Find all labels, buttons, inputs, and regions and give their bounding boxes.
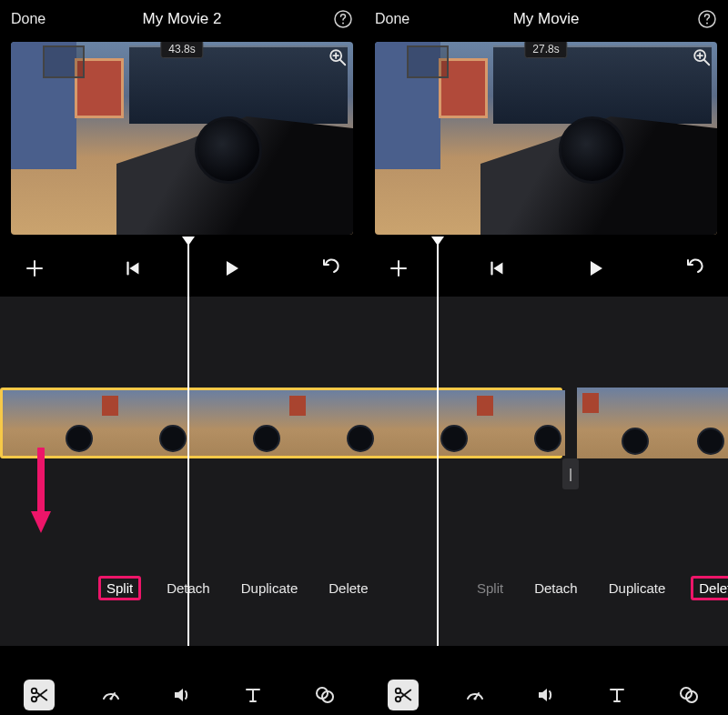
svg-point-10 (706, 23, 708, 25)
clip-thumb (378, 390, 471, 456)
volume-icon (535, 684, 557, 706)
filters-tool[interactable] (307, 677, 343, 713)
play-button[interactable] (213, 250, 249, 287)
audio-tool[interactable] (164, 677, 200, 713)
clip-thumb (652, 388, 728, 458)
timeline[interactable]: | Split Detach Duplicate Delete Split De… (0, 297, 728, 646)
svg-point-35 (473, 697, 476, 700)
toolbar-left (0, 675, 364, 715)
topbar-right: Done My Movie (364, 0, 728, 38)
help-icon (697, 9, 717, 29)
project-title: My Movie 2 (0, 10, 364, 28)
preview-frame[interactable]: 27.8s (375, 42, 717, 235)
zoom-button[interactable] (328, 47, 348, 67)
undo-button[interactable] (675, 250, 712, 287)
clip-thumb (471, 390, 565, 456)
magnify-icon (692, 47, 712, 67)
help-icon (333, 9, 353, 29)
skip-previous-icon (487, 258, 507, 278)
undo-button[interactable] (311, 250, 348, 287)
scene-minimap (407, 45, 449, 78)
toolbar-right (364, 675, 728, 715)
clip-thumbnails (3, 390, 560, 456)
clip-thumb (190, 390, 284, 456)
split-button[interactable]: Split (471, 579, 509, 598)
topbar-left: Done My Movie 2 (0, 0, 364, 38)
svg-point-24 (109, 697, 112, 700)
help-button[interactable] (333, 9, 353, 29)
speed-tool[interactable] (93, 677, 129, 713)
filters-icon (314, 684, 336, 706)
svg-point-1 (342, 23, 344, 25)
preview-frame[interactable]: 43.8s (11, 42, 353, 235)
clip-thumb (96, 390, 190, 456)
undo-icon (318, 257, 340, 279)
add-media-button[interactable] (16, 250, 53, 287)
split-button[interactable]: Split (98, 576, 141, 600)
timestamp-pill: 27.8s (524, 42, 567, 58)
done-button[interactable]: Done (11, 11, 46, 27)
text-icon (606, 684, 628, 706)
annotation-arrow (27, 448, 55, 535)
skip-start-button[interactable] (479, 250, 515, 287)
volume-icon (171, 684, 193, 706)
clip-thumbnails (577, 388, 728, 458)
scissors-tool[interactable] (385, 677, 421, 713)
plus-icon (388, 257, 410, 279)
add-media-button[interactable] (380, 250, 417, 287)
arrow-down-icon (27, 448, 55, 535)
timestamp-pill: 43.8s (160, 42, 203, 58)
playhead-right[interactable] (437, 242, 439, 646)
text-tool[interactable] (599, 677, 635, 713)
play-icon (584, 257, 606, 279)
audio-tool[interactable] (528, 677, 564, 713)
clip-thumb (284, 390, 378, 456)
transport-left (0, 244, 364, 293)
done-button[interactable]: Done (375, 11, 410, 27)
clip-secondary[interactable] (577, 388, 728, 458)
skip-previous-icon (123, 258, 143, 278)
preview-left: 43.8s (11, 42, 353, 235)
scissors-icon (29, 685, 49, 705)
delete-button[interactable]: Delete (323, 579, 373, 598)
detach-button[interactable]: Detach (161, 579, 216, 598)
transition-handle[interactable]: | (562, 458, 579, 489)
clip-actions-left: Split Detach Duplicate Delete (98, 575, 374, 600)
skip-start-button[interactable] (115, 250, 151, 287)
text-icon (242, 684, 264, 706)
plus-icon (24, 257, 46, 279)
text-tool[interactable] (235, 677, 271, 713)
clip-selected[interactable] (0, 388, 562, 458)
clip-thumb (577, 388, 652, 458)
speedometer-icon (100, 684, 122, 706)
scissors-tool[interactable] (21, 677, 57, 713)
speedometer-icon (464, 684, 486, 706)
zoom-button[interactable] (692, 47, 712, 67)
play-icon (220, 257, 242, 279)
duplicate-button[interactable]: Duplicate (236, 579, 304, 598)
magnify-icon (328, 47, 348, 67)
project-title: My Movie (364, 10, 728, 28)
svg-line-12 (704, 60, 710, 65)
clip-thumb (3, 390, 96, 456)
help-button[interactable] (697, 9, 717, 29)
scene-scope (559, 116, 626, 184)
speed-tool[interactable] (457, 677, 493, 713)
transport-right (364, 244, 728, 293)
scene-minimap (43, 45, 85, 78)
svg-line-3 (340, 60, 346, 65)
detach-button[interactable]: Detach (529, 579, 583, 598)
delete-button[interactable]: Delete (691, 576, 728, 600)
filters-icon (678, 684, 700, 706)
scene-scope (195, 116, 262, 184)
preview-right: 27.8s (375, 42, 717, 235)
undo-icon (682, 257, 704, 279)
play-button[interactable] (577, 250, 613, 287)
clip-actions-right: Split Detach Duplicate Delete (471, 575, 728, 600)
scissors-icon (393, 685, 413, 705)
filters-tool[interactable] (671, 677, 707, 713)
duplicate-button[interactable]: Duplicate (603, 579, 672, 598)
